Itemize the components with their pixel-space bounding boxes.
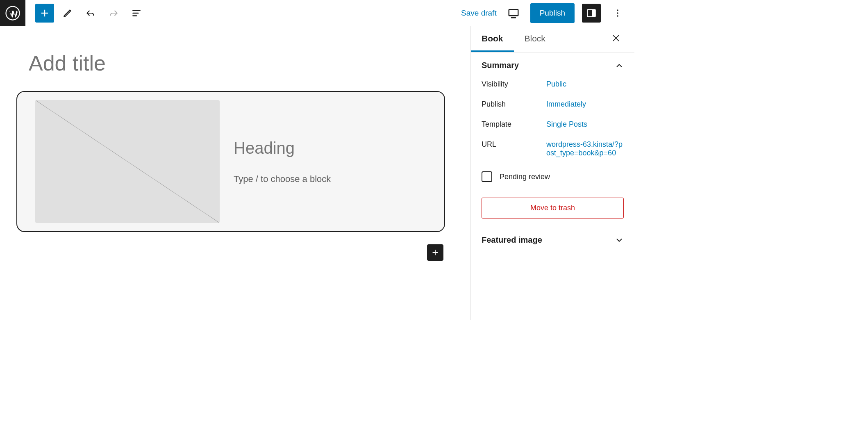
desktop-icon: [507, 7, 520, 19]
featured-image-panel-toggle[interactable]: Featured image: [482, 235, 624, 245]
plus-icon: [431, 248, 440, 257]
svg-rect-1: [509, 9, 518, 16]
editor-canvas: Heading Type / to choose a block: [0, 26, 470, 320]
undo-button[interactable]: [81, 4, 100, 23]
svg-point-4: [617, 9, 618, 11]
chevron-down-icon: [615, 236, 624, 245]
tab-block[interactable]: Block: [514, 26, 556, 52]
more-options-button[interactable]: [608, 4, 627, 23]
tools-button[interactable]: [58, 4, 77, 23]
pending-review-checkbox[interactable]: [482, 171, 492, 182]
chevron-up-icon: [615, 61, 624, 70]
save-draft-button[interactable]: Save draft: [461, 9, 497, 18]
add-block-button[interactable]: [427, 244, 443, 261]
list-view-icon: [131, 8, 142, 18]
url-value[interactable]: wordpress-63.kinsta/?post_type=book&p=60: [546, 140, 624, 157]
block-heading-placeholder[interactable]: Heading: [234, 139, 426, 157]
redo-button: [104, 4, 123, 23]
url-label: URL: [482, 140, 546, 157]
publish-row: Publish Immediately: [482, 100, 624, 109]
close-icon: [611, 34, 620, 43]
publish-label: Publish: [482, 100, 546, 109]
top-toolbar: Save draft Publish: [0, 0, 634, 26]
pencil-icon: [62, 8, 73, 18]
plus-icon: [39, 7, 50, 19]
move-to-trash-button[interactable]: Move to trash: [482, 198, 624, 218]
redo-icon: [108, 8, 119, 18]
tab-book[interactable]: Book: [471, 26, 514, 52]
block-paragraph-placeholder[interactable]: Type / to choose a block: [234, 174, 426, 184]
publish-button[interactable]: Publish: [530, 3, 575, 23]
sidebar-tabs: Book Block: [471, 26, 634, 52]
preview-button[interactable]: [504, 4, 523, 23]
summary-panel: Summary Visibility Public Publish Immedi…: [471, 52, 634, 227]
svg-point-6: [617, 15, 618, 17]
template-row: Template Single Posts: [482, 120, 624, 129]
visibility-row: Visibility Public: [482, 80, 624, 89]
svg-rect-3: [592, 9, 595, 16]
post-title-input[interactable]: [16, 43, 445, 89]
media-text-block[interactable]: Heading Type / to choose a block: [16, 91, 445, 232]
more-vertical-icon: [613, 8, 623, 18]
pending-review-label: Pending review: [500, 173, 550, 181]
featured-image-panel-title: Featured image: [482, 235, 542, 245]
settings-sidebar-toggle[interactable]: [582, 4, 601, 23]
document-overview-button[interactable]: [127, 4, 146, 23]
summary-panel-title: Summary: [482, 61, 519, 70]
summary-panel-toggle[interactable]: Summary: [482, 61, 624, 70]
visibility-value[interactable]: Public: [546, 80, 624, 89]
sidebar-icon: [586, 8, 597, 18]
template-value[interactable]: Single Posts: [546, 120, 624, 129]
url-row: URL wordpress-63.kinsta/?post_type=book&…: [482, 140, 624, 157]
featured-image-panel: Featured image: [471, 227, 634, 253]
settings-sidebar: Book Block Summary Visibility Public: [470, 26, 634, 320]
wordpress-logo[interactable]: [0, 0, 25, 26]
template-label: Template: [482, 120, 546, 129]
close-sidebar-button[interactable]: [608, 30, 624, 48]
undo-icon: [85, 8, 96, 18]
publish-value[interactable]: Immediately: [546, 100, 624, 109]
pending-review-row[interactable]: Pending review: [482, 171, 624, 182]
visibility-label: Visibility: [482, 80, 546, 89]
placeholder-slash-icon: [35, 100, 220, 223]
block-inserter-button[interactable]: [35, 4, 54, 23]
wordpress-icon: [5, 6, 20, 20]
image-placeholder[interactable]: [35, 100, 220, 223]
svg-line-7: [35, 100, 220, 223]
svg-point-5: [617, 12, 618, 14]
